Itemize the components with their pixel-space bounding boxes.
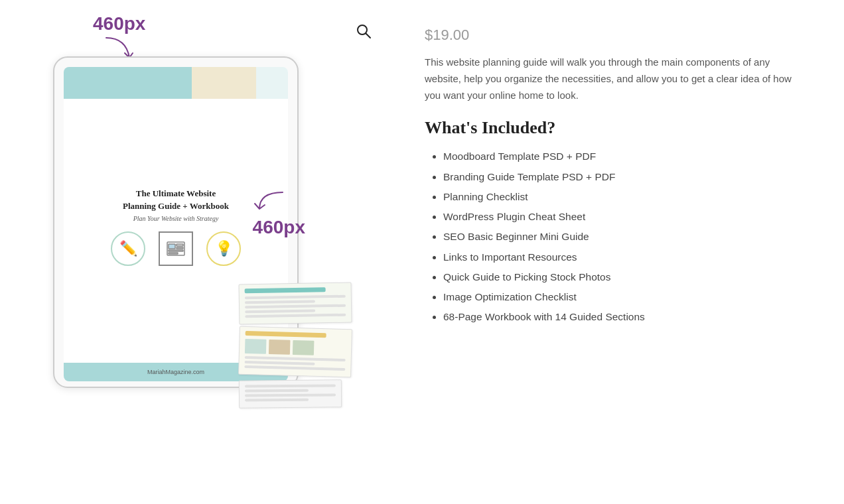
paper-item-1 (238, 283, 352, 325)
description-text: This website planning guide will walk yo… (425, 54, 804, 103)
papers-stack (239, 283, 352, 408)
tablet-book-subtitle: Plan Your Website with Strategy (133, 215, 219, 222)
svg-rect-6 (169, 250, 183, 251)
paper-line-8 (245, 389, 309, 393)
svg-rect-5 (176, 247, 183, 249)
whats-included-title: What's Included? (425, 118, 804, 138)
arrow-left-curve-icon (253, 189, 286, 216)
paper-img-1 (245, 339, 267, 354)
paper-title-line (245, 287, 326, 293)
paper-title-line-2 (246, 331, 326, 338)
list-item: Branding Guide Template PSD + PDF (443, 169, 804, 184)
svg-rect-4 (176, 244, 183, 246)
list-item: Image Optimization Checklist (443, 289, 804, 304)
tablet-header-teal (64, 67, 192, 99)
zoom-icon[interactable] (356, 23, 372, 43)
paper-line-short (245, 300, 315, 304)
layout-icon (159, 231, 193, 266)
paper-line-2 (245, 304, 346, 309)
list-item: Quick Guide to Picking Stock Photos (443, 269, 804, 284)
price-text: $19.00 (425, 27, 804, 44)
list-item: Moodboard Template PSD + PDF (443, 149, 804, 164)
tablet-icons-row: ✏️ 💡 (111, 231, 241, 266)
list-item: WordPress Plugin Cheat Sheet (443, 209, 804, 224)
dimension-right-text: 460px (253, 217, 305, 238)
included-list: Moodboard Template PSD + PDF Branding Gu… (425, 149, 804, 324)
paper-line (245, 295, 346, 300)
tablet-header-bar (64, 67, 288, 99)
list-item: Planning Checklist (443, 189, 804, 204)
tablet-header-cream (192, 67, 256, 99)
svg-rect-3 (169, 244, 175, 249)
paper-line-9 (245, 393, 336, 397)
list-item: 68-Page Workbook with 14 Guided Sections (443, 309, 804, 324)
paper-line-5 (245, 361, 315, 365)
paper-image-row (245, 339, 346, 356)
paper-line-short-2 (245, 309, 315, 313)
right-panel: $19.00 This website planning guide will … (425, 20, 804, 325)
list-item: Links to Important Resources (443, 249, 804, 265)
paper-line-10 (245, 399, 309, 402)
paper-line-7 (245, 384, 336, 387)
paper-line-3 (245, 314, 346, 318)
list-item: SEO Basic Beginner Mini Guide (443, 229, 804, 244)
paper-img-2 (269, 340, 291, 355)
paper-line-6 (244, 365, 345, 371)
svg-rect-7 (169, 253, 178, 254)
paper-img-3 (293, 340, 315, 355)
svg-line-1 (366, 34, 371, 38)
tablet-wrapper: The Ultimate WebsitePlanning Guide + Wor… (53, 56, 299, 388)
lightbulb-icon: 💡 (206, 231, 241, 266)
page-container: 460px The Ult (0, 0, 844, 504)
tablet-book-title: The Ultimate WebsitePlanning Guide + Wor… (123, 188, 229, 212)
dimension-label-right: 460px (253, 189, 305, 238)
left-panel: 460px The Ult (40, 20, 385, 388)
dimension-top-text: 460px (93, 13, 145, 34)
tablet-header-light (256, 67, 288, 99)
paper-item-3 (239, 379, 342, 408)
tablet-footer-text: MariahMagazine.com (147, 369, 204, 375)
pencil-icon: ✏️ (111, 231, 145, 266)
paper-item-2 (238, 326, 352, 377)
